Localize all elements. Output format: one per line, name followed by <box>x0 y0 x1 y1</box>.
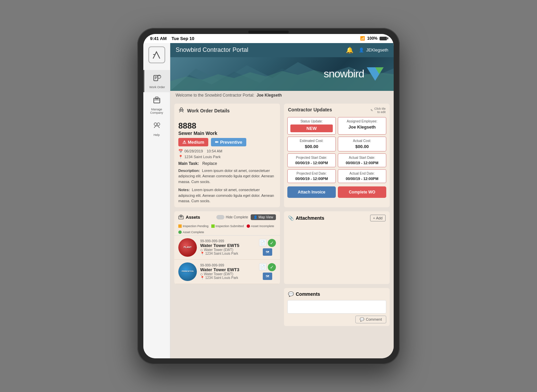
projected-end-value: 00/00/19 - 12:00PM <box>290 177 333 181</box>
comment-bubble-icon: 💬 <box>288 291 294 297</box>
top-nav: Snowbird Contractor Portal 🔔 👤 JEKlegset… <box>170 43 394 57</box>
svg-point-25 <box>247 224 250 228</box>
asset-map-button-2[interactable]: 🗺 <box>263 273 272 280</box>
actual-start-label: Actual Start Date: <box>341 156 383 159</box>
asset-row: PRINCETON 99-999-999-999 Water Tower EWT… <box>174 260 280 284</box>
asset-legend: Inspection Pending Inspection Submitted … <box>174 223 280 236</box>
assets-icon <box>178 214 184 220</box>
pin-icon-1: 📍 <box>200 252 204 255</box>
sidebar-item-manage-company[interactable]: Manage Company <box>143 92 170 118</box>
projected-start-value: 00/00/19 - 12:00PM <box>290 161 333 165</box>
diamond-icon-1: ◇ <box>200 248 203 252</box>
complete-wo-button[interactable]: Complete WO <box>338 186 386 198</box>
wo-notes: Notes: Lorem ipsum dolor sit amet, conse… <box>178 187 276 204</box>
wo-location: 📍 1234 Saint Louis Park <box>178 155 276 159</box>
status-bar: 9:41 AM Tue Sep 10 📶 100% <box>143 34 394 43</box>
contractor-buttons: Attach Invoice Complete WO <box>284 186 390 201</box>
asset-map-button-1[interactable]: 🗺 <box>263 248 272 256</box>
status-update-label: Status Update: <box>290 119 333 123</box>
hide-complete-toggle[interactable]: Hide Complete <box>216 215 248 219</box>
status-update-cell[interactable]: Status Update: NEW <box>287 117 336 135</box>
location-icon: 📍 <box>178 155 183 159</box>
hero-logo-text: snowbird <box>324 68 364 80</box>
attachments-card: 📎 Attachments + Add <box>284 211 390 284</box>
asset-doc-button-2[interactable]: 📄 <box>259 263 266 271</box>
toggle-switch[interactable] <box>216 215 224 219</box>
assigned-employee-cell[interactable]: Assigned Employee: Joe Klegseth <box>338 117 386 135</box>
contractor-grid: Status Update: NEW Assigned Employee: Jo… <box>284 117 390 186</box>
svg-point-26 <box>178 230 182 234</box>
actual-start-cell[interactable]: Actual Start Date: 00/00/19 - 12:00PM <box>338 153 386 167</box>
legend-asset-complete: Asset Complete <box>178 230 204 234</box>
welcome-bar: Welcome to the Snowbird Contractor Porta… <box>170 91 394 100</box>
work-order-header-icon <box>178 107 184 114</box>
comment-submit-button[interactable]: 💬 Comment <box>355 316 386 323</box>
svg-point-11 <box>157 123 160 126</box>
work-order-details-title: Work Order Details <box>187 108 230 113</box>
asset-number-1: 99-999-999-999 <box>200 239 256 243</box>
asset-info-1: 99-999-999-999 Water Tower EWT5 ◇ Water … <box>200 239 256 255</box>
svg-point-18 <box>179 109 181 111</box>
actual-cost-cell[interactable]: Actual Cost: $00.00 <box>338 137 386 151</box>
preventive-icon: ✏ <box>215 140 219 145</box>
status-time: 9:41 AM Tue Sep 10 <box>150 36 194 41</box>
device-screen: 9:41 AM Tue Sep 10 📶 100% <box>143 34 394 358</box>
attach-invoice-button[interactable]: Attach Invoice <box>287 186 336 198</box>
alert-icon: ⚠ <box>182 140 186 145</box>
wo-description: Description: Lorem ipsum dolor sit amet,… <box>178 168 276 185</box>
sidebar: Work Order Manage Company <box>143 43 170 358</box>
click-to-edit: ✎ Click tile to edit <box>370 107 386 114</box>
asset-location-1: 📍 1234 Saint Louis Park <box>200 252 256 255</box>
comment-input-area <box>287 300 386 314</box>
sidebar-item-work-order[interactable]: Work Order <box>143 70 170 92</box>
contractor-updates-card: Contractor Updates ✎ Click tile to edit … <box>284 104 390 207</box>
help-icon <box>152 121 161 132</box>
sidebar-item-help[interactable]: Help <box>143 118 170 140</box>
asset-thumbnail-1: PLANT <box>178 238 197 257</box>
pin-icon-2: 📍 <box>200 276 204 280</box>
battery-icon <box>380 37 387 40</box>
add-attachment-button[interactable]: + Add <box>370 215 386 221</box>
asset-name-1: Water Tower EWT5 <box>200 243 256 248</box>
map-view-button[interactable]: 👤 Map View <box>251 214 276 220</box>
asset-type-1: ◇ Water Tower (EWT) <box>200 248 256 252</box>
priority-badge: ⚠ Medium <box>178 138 208 146</box>
actual-cost-label: Actual Cost: <box>341 139 383 143</box>
svg-point-19 <box>182 109 183 111</box>
comments-header: 💬 Comments <box>284 288 390 300</box>
projected-end-cell[interactable]: Projected End Date: 00/00/19 - 12:00PM <box>287 169 336 183</box>
edit-icon: ✎ <box>370 109 373 112</box>
sidebar-item-work-order-label: Work Order <box>149 85 165 89</box>
attachments-header: 📎 Attachments + Add <box>284 211 390 225</box>
work-order-details-header: Work Order Details <box>174 104 280 118</box>
assets-title: Assets <box>178 214 200 220</box>
asset-row: PLANT 99-999-999-999 Water Tower EWT5 ◇ … <box>174 236 280 260</box>
main-content: Snowbird Contractor Portal 🔔 👤 JEKlegset… <box>170 43 394 358</box>
asset-thumbnail-2: PRINCETON <box>178 262 197 281</box>
map-view-person-icon: 👤 <box>253 215 257 219</box>
wo-main-task: Main Task: Replace <box>178 161 276 166</box>
wo-name: Sewer Main Work <box>178 131 276 136</box>
projected-start-label: Projected Start Date: <box>290 156 333 159</box>
asset-location-2: 📍 1234 Saint Louis Park <box>200 276 256 280</box>
assets-controls: Hide Complete 👤 Map View <box>216 214 276 220</box>
assigned-employee-label: Assigned Employee: <box>341 119 383 123</box>
work-order-icon <box>153 73 162 84</box>
hero-logo: snowbird <box>324 67 384 81</box>
estimated-cost-cell[interactable]: Estimated Cost: $00.00 <box>287 137 336 151</box>
bell-icon[interactable]: 🔔 <box>346 46 353 54</box>
nav-title: Snowbird Contractor Portal <box>176 46 346 54</box>
welcome-username: Joe Klegseth <box>257 93 282 98</box>
actual-end-cell[interactable]: Actual End Date: 00/00/19 - 12:00PM <box>338 169 386 183</box>
legend-asset-incomplete: Asset Incomplete <box>247 224 274 228</box>
svg-rect-23 <box>178 224 182 228</box>
legend-inspection-pending: Inspection Pending <box>178 224 209 228</box>
projected-start-cell[interactable]: Projected Start Date: 00/00/19 - 12:00PM <box>287 153 336 167</box>
svg-rect-1 <box>154 75 158 81</box>
paperclip-icon: 📎 <box>288 215 294 221</box>
calendar-icon: 📅 <box>178 149 183 153</box>
comment-button-container: 💬 Comment <box>284 316 390 326</box>
snowbird-arrow-icon <box>367 67 384 81</box>
asset-doc-button-1[interactable]: 📄 <box>259 239 266 246</box>
wo-number: 8888 <box>178 121 276 131</box>
